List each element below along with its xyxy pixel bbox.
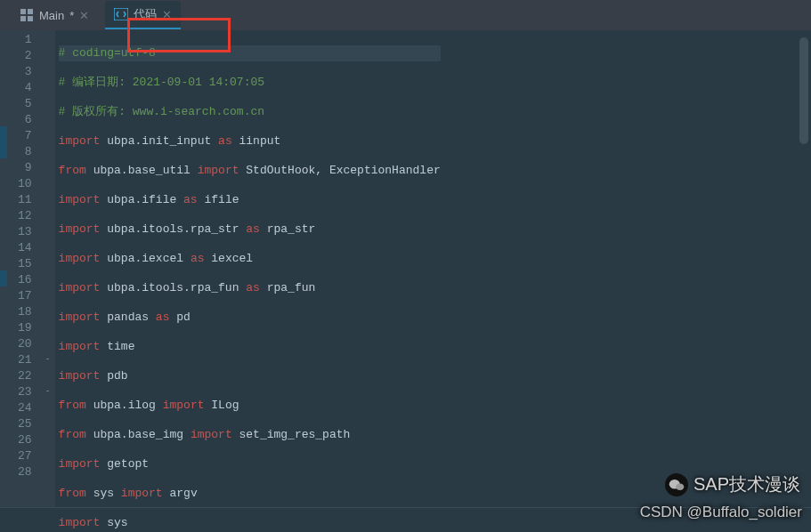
tab-main-label: Main	[39, 9, 64, 22]
watermark-sap-text: SAP技术漫谈	[693, 472, 800, 496]
fold-column[interactable]: --	[41, 30, 55, 507]
close-icon[interactable]: ✕	[79, 9, 89, 22]
code-text[interactable]: # coding=utf-8 # 编译日期: 2021-09-01 14:07:…	[55, 30, 441, 507]
code-area: 12345678910 11121314151617181920 2122232…	[0, 30, 811, 507]
scrollbar-thumb[interactable]	[799, 37, 808, 144]
watermark-sap: SAP技术漫谈	[665, 472, 800, 496]
tab-main[interactable]: Main * ✕	[11, 3, 98, 28]
tab-bar: Main * ✕ 代码 ✕	[0, 0, 811, 30]
line-numbers: 12345678910 11121314151617181920 2122232…	[7, 30, 41, 507]
code-line: # coding=utf-8	[59, 46, 156, 60]
code-icon	[114, 7, 128, 21]
gutter: 12345678910 11121314151617181920 2122232…	[0, 30, 55, 507]
svg-rect-2	[20, 16, 26, 21]
tab-code[interactable]: 代码 ✕	[105, 1, 181, 29]
close-icon[interactable]: ✕	[162, 8, 172, 21]
svg-rect-1	[28, 9, 33, 14]
svg-point-6	[676, 483, 684, 490]
grid-icon	[20, 8, 34, 22]
svg-rect-3	[28, 16, 33, 21]
tab-main-modified: *	[69, 9, 74, 22]
breakpoint-column[interactable]	[0, 30, 7, 507]
watermark-csdn: CSDN @Buffalo_soldier	[640, 504, 802, 521]
wechat-icon	[665, 473, 688, 496]
code-line: # 版权所有: www.i-search.com.cn	[59, 105, 264, 118]
editor-shell: Main * ✕ 代码 ✕ 12345678910 11121314151617…	[0, 0, 811, 532]
svg-rect-0	[20, 9, 26, 14]
code-line: # 编译日期: 2021-09-01 14:07:05	[59, 76, 264, 89]
tab-code-label: 代码	[134, 6, 157, 22]
